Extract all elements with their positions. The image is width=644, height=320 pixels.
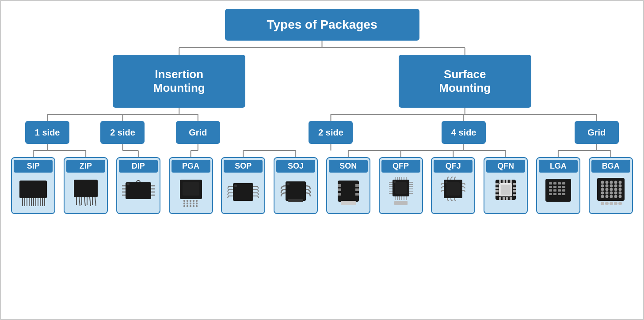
svg-point-189: [610, 195, 613, 198]
svg-rect-96: [355, 188, 359, 191]
svg-rect-157: [562, 186, 565, 188]
svg-point-79: [195, 203, 197, 204]
svg-rect-145: [506, 197, 508, 200]
svg-rect-97: [355, 193, 359, 196]
svg-rect-134: [495, 194, 499, 196]
svg-point-191: [618, 195, 621, 198]
grid-smt-node: Grid: [575, 121, 619, 144]
svg-point-87: [234, 184, 237, 187]
2side-smt-node: 2 side: [309, 121, 353, 144]
svg-rect-95: [355, 184, 359, 187]
svg-rect-156: [558, 186, 561, 188]
bga-package: BGA: [589, 157, 633, 214]
pga-label: PGA: [171, 160, 210, 173]
bga-label: BGA: [591, 160, 630, 173]
qfj-image: [435, 174, 471, 210]
sop-package: SOP: [221, 157, 265, 214]
svg-point-77: [189, 203, 191, 204]
dip-package: DIP: [116, 157, 160, 214]
svg-point-187: [601, 195, 604, 198]
qfn-image: [488, 174, 523, 210]
svg-point-89: [287, 183, 290, 185]
surface-label: SurfaceMounting: [439, 68, 491, 95]
svg-line-58: [95, 197, 96, 206]
svg-point-167: [601, 181, 604, 184]
svg-rect-140: [503, 180, 505, 183]
son-image: [331, 174, 366, 210]
svg-point-72: [189, 200, 191, 202]
svg-point-83: [192, 205, 194, 207]
svg-rect-138: [513, 194, 516, 196]
svg-point-180: [614, 188, 617, 191]
svg-point-76: [186, 203, 188, 204]
qfp-package: QFP: [379, 157, 423, 214]
svg-rect-129: [446, 182, 460, 196]
qfn-label: QFN: [486, 160, 525, 173]
svg-point-74: [195, 200, 197, 202]
svg-point-176: [618, 184, 621, 188]
svg-rect-160: [558, 189, 561, 192]
svg-rect-141: [506, 180, 508, 183]
svg-rect-146: [510, 197, 512, 200]
qfn-package: QFN: [484, 157, 528, 214]
svg-rect-150: [549, 182, 552, 184]
qfp-image: [383, 174, 419, 210]
svg-rect-151: [553, 182, 556, 184]
lga-image: [541, 174, 576, 210]
svg-point-194: [610, 202, 613, 205]
svg-rect-59: [126, 182, 151, 199]
svg-point-184: [610, 192, 613, 195]
svg-rect-144: [503, 197, 505, 200]
svg-rect-90: [288, 199, 303, 202]
svg-point-169: [610, 181, 613, 184]
qfj-label: QFJ: [434, 160, 473, 173]
svg-rect-133: [495, 190, 499, 192]
son-label: SON: [329, 160, 368, 173]
svg-point-82: [189, 205, 191, 207]
svg-rect-158: [549, 189, 552, 192]
sip-label: SIP: [14, 160, 53, 173]
svg-rect-155: [553, 186, 556, 188]
pga-package: PGA: [169, 157, 213, 214]
svg-rect-139: [499, 180, 501, 183]
svg-rect-153: [562, 182, 565, 184]
svg-rect-98: [341, 201, 356, 205]
svg-point-75: [183, 203, 185, 204]
svg-line-56: [90, 197, 91, 206]
svg-point-179: [610, 188, 613, 191]
svg-rect-148: [501, 185, 511, 195]
svg-point-177: [601, 188, 604, 191]
svg-rect-125: [395, 182, 407, 194]
svg-rect-164: [558, 193, 561, 195]
svg-point-190: [614, 195, 617, 198]
svg-rect-132: [495, 187, 499, 189]
sip-image: [15, 174, 51, 210]
svg-rect-165: [562, 193, 565, 195]
svg-rect-94: [338, 193, 341, 196]
svg-point-78: [192, 203, 194, 204]
svg-rect-159: [553, 189, 556, 192]
svg-rect-143: [499, 197, 501, 200]
svg-point-185: [614, 192, 617, 195]
svg-point-73: [192, 200, 194, 202]
dip-image: [121, 174, 156, 210]
svg-point-71: [186, 200, 188, 202]
svg-point-192: [601, 202, 604, 205]
svg-point-70: [183, 200, 185, 202]
qfp-label: QFP: [381, 160, 420, 173]
svg-point-172: [601, 184, 604, 188]
surface-mounting-node: SurfaceMounting: [399, 55, 531, 108]
sip-package: SIP: [11, 157, 55, 214]
soj-label: SOJ: [276, 160, 315, 173]
svg-rect-126: [394, 201, 408, 205]
qfj-package: QFJ: [431, 157, 475, 214]
sop-image: [225, 174, 261, 210]
svg-rect-162: [549, 193, 552, 195]
svg-point-188: [605, 195, 608, 198]
svg-rect-163: [553, 193, 556, 195]
svg-rect-152: [558, 182, 561, 184]
svg-point-173: [605, 184, 608, 188]
lga-label: LGA: [539, 160, 578, 173]
svg-point-80: [183, 205, 185, 207]
svg-point-168: [605, 181, 608, 184]
